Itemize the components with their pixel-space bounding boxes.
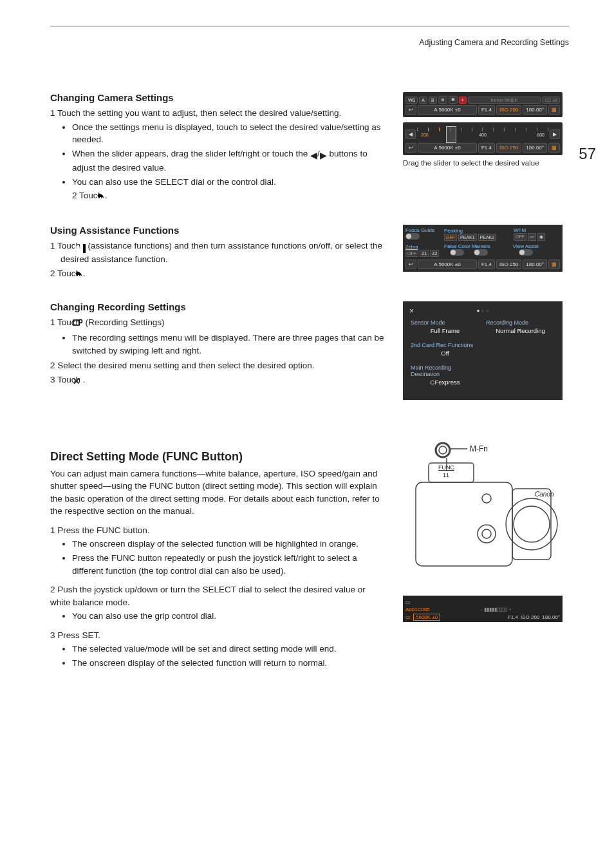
status-iso[interactable]: ISO 250: [496, 259, 521, 269]
step-text: 1 Touch the setting you want to adjust, …: [50, 107, 385, 120]
svg-point-5: [514, 506, 550, 542]
peaking-off-button[interactable]: OFF: [444, 234, 457, 241]
svg-point-1: [79, 319, 82, 323]
label-func: FUNC: [438, 464, 454, 471]
status-shutter[interactable]: 180.00°: [523, 105, 547, 115]
svg-point-8: [439, 446, 447, 454]
step-1-heading: 1 Press the FUNC button.: [50, 524, 385, 537]
assist-icon[interactable]: ▦: [548, 259, 560, 269]
step-text: 3 Touch ✕.: [50, 373, 385, 388]
osd-shutter: 180.00°: [542, 614, 560, 620]
wfm-off-button[interactable]: OFF: [514, 233, 526, 241]
slider-left-button[interactable]: ◀: [405, 129, 416, 139]
status-aperture[interactable]: F1.4: [478, 143, 495, 153]
heading-recording-settings: Changing Recording Settings: [50, 301, 385, 312]
toggle-view-assist[interactable]: [519, 249, 533, 256]
wfm-1-button[interactable]: ▭: [528, 233, 536, 241]
assist-icon[interactable]: ▦: [548, 105, 560, 115]
chip-icon[interactable]: ✽: [449, 96, 458, 104]
step-2-heading: 2 Push the joystick up/down or turn the …: [50, 583, 385, 609]
slider-right-button[interactable]: ▶: [550, 129, 560, 139]
step-text: 1 Touch (Recording Settings): [50, 316, 385, 331]
bullet-text: When the slider appears, drag the slider…: [72, 147, 385, 175]
bullet-text: The selected value/mode will be set and …: [72, 643, 385, 656]
status-wb[interactable]: A 5600K ±0: [418, 105, 477, 115]
label-markers: Markers: [472, 243, 490, 249]
zebra-off-button[interactable]: OFF: [405, 250, 418, 257]
status-aperture[interactable]: F1.4: [478, 259, 495, 269]
svg-rect-0: [73, 320, 79, 325]
osd-wb: 5600K ±0: [413, 614, 440, 621]
label-wfm: WFM: [514, 227, 560, 233]
step-text: 2 Select the desired menu setting and th…: [50, 359, 385, 372]
chip-wb-a[interactable]: A: [419, 97, 427, 104]
status-wb[interactable]: A 5600K ±0: [418, 259, 477, 269]
value-recording-mode[interactable]: Normal Recording: [486, 326, 555, 339]
chip-icon[interactable]: ⊚: [438, 96, 447, 104]
chip-cc[interactable]: CC ±0: [542, 97, 560, 104]
status-shutter[interactable]: 180.00°: [523, 143, 547, 153]
chip-kelvin[interactable]: Kelvin 5600K: [468, 97, 541, 104]
heading-direct-setting-mode: Direct Setting Mode (FUNC Button): [50, 450, 385, 464]
toggle-focus-guide[interactable]: [405, 233, 420, 240]
svg-rect-2: [416, 482, 512, 566]
bullet-text: Once the settings menu is displayed, tou…: [72, 121, 385, 146]
label-func-num: 11: [443, 472, 449, 478]
chip-wb[interactable]: WB: [405, 97, 418, 104]
bullet-text: The onscreen display of the selected fun…: [72, 538, 385, 551]
label-main-rec-dest: Main Recording Destination: [411, 364, 479, 377]
back-button[interactable]: ↩: [405, 105, 416, 115]
camera-illustration: M-Fn FUNC 11 Canon: [403, 424, 563, 592]
osd-aperture: F1.4: [508, 614, 518, 620]
bullet-text: The onscreen display of the selected fun…: [72, 657, 385, 670]
bullet-text: You can also use the SELECT dial or the …: [72, 176, 385, 189]
value-sensor-mode[interactable]: Full Frame: [411, 326, 479, 339]
osd-iso: ISO 200: [521, 614, 539, 620]
peaking-1-button[interactable]: PEAK1: [458, 234, 477, 241]
label-sensor-mode: Sensor Mode: [411, 319, 479, 326]
iso-slider[interactable]: 200 400 800: [417, 126, 548, 142]
zebra-1-button[interactable]: Z1: [420, 250, 429, 257]
assist-icon[interactable]: ▦: [548, 143, 560, 153]
peaking-2-button[interactable]: PEAK2: [478, 234, 497, 241]
figure-assistance-panel: Focus Guide Peaking OFF PEAK1 PEAK2: [403, 225, 563, 272]
label-view-assist: View Assist: [492, 243, 560, 249]
label-false-color: False Color: [444, 243, 470, 249]
status-aperture[interactable]: F1.4: [478, 105, 495, 115]
step-text: 1 Touch ▦ (assistance functions) and the…: [50, 240, 385, 266]
slider-cursor[interactable]: [446, 126, 456, 143]
zebra-2-button[interactable]: Z2: [430, 250, 439, 257]
status-shutter[interactable]: 180.00°: [523, 259, 547, 269]
paragraph-intro: You can adjust main camera functions—whi…: [50, 467, 385, 518]
running-head: Adjusting Camera and Recording Settings: [50, 38, 569, 47]
osd-bar: ▭ A001C005 - ▮▮▮▮▮▯▯▯▯ + ▭ 5600K ±0 F1.4…: [403, 596, 563, 622]
svg-point-7: [436, 443, 450, 457]
label-recording-mode: Recording Mode: [486, 319, 555, 326]
page-dots[interactable]: ● ○ ○: [403, 308, 563, 314]
label-2nd-card: 2nd Card Rec Functions: [411, 342, 479, 348]
svg-point-11: [482, 494, 491, 503]
back-button[interactable]: ↩: [405, 143, 416, 153]
value-2nd-card[interactable]: Off: [411, 348, 479, 362]
heading-assistance-functions: Using Assistance Functions: [50, 225, 385, 236]
page-number: 57: [579, 145, 596, 163]
toggle-false-color[interactable]: [450, 249, 464, 256]
bullet-text: You can also use the grip control dial.: [72, 610, 385, 623]
label-zebra[interactable]: Zebra: [405, 244, 443, 250]
back-button[interactable]: ↩: [405, 259, 416, 269]
step-text: 2 Touch .: [50, 267, 385, 282]
chip-wb-b[interactable]: B: [429, 97, 437, 104]
figure-settings-menu: WB A B ⊚ ✽ + Kelvin 5600K CC ±0 ↩ A 5600…: [403, 92, 563, 167]
toggle-markers[interactable]: [474, 249, 488, 256]
bullet-text: Press the FUNC button repeatedly or push…: [72, 552, 385, 577]
svg-rect-3: [512, 489, 551, 560]
status-wb[interactable]: A 5600K ±0: [418, 143, 477, 153]
osd-clip: A001C005: [405, 607, 430, 612]
chip-icon[interactable]: +: [459, 97, 467, 104]
brand-label: Canon: [535, 491, 554, 498]
label-mfn: M-Fn: [470, 444, 488, 453]
status-iso[interactable]: ISO 200: [496, 105, 521, 115]
value-main-rec-dest[interactable]: CFexpress: [411, 377, 479, 391]
wfm-2-button[interactable]: ◉: [537, 233, 545, 241]
status-iso[interactable]: ISO 250: [496, 143, 521, 153]
